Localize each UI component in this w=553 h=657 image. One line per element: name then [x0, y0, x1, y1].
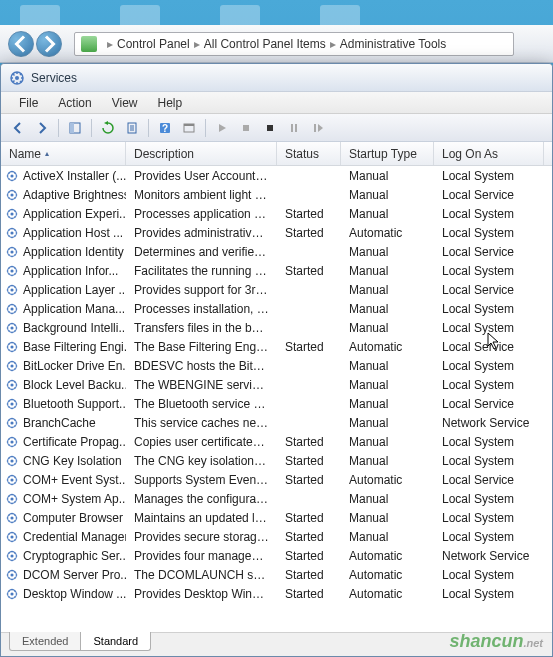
service-description: The Bluetooth service su...: [126, 397, 277, 411]
service-row[interactable]: Adaptive BrightnessMonitors ambient ligh…: [1, 185, 552, 204]
service-startup: Manual: [341, 302, 434, 316]
service-icon: [5, 264, 19, 278]
toolbar-stop-alt-button[interactable]: [259, 117, 281, 139]
nav-back-button[interactable]: [8, 31, 34, 57]
nav-forward-button[interactable]: [36, 31, 62, 57]
column-header-logon[interactable]: Log On As: [434, 142, 544, 165]
service-status: Started: [277, 207, 341, 221]
toolbar-properties-button[interactable]: [178, 117, 200, 139]
service-description: Provides Desktop Windo...: [126, 587, 277, 601]
column-header-name[interactable]: Name▴: [1, 142, 126, 165]
toolbar-restart-button[interactable]: [307, 117, 329, 139]
service-row[interactable]: Desktop Window ...Provides Desktop Windo…: [1, 584, 552, 603]
service-startup: Manual: [341, 169, 434, 183]
service-row[interactable]: Background Intelli...Transfers files in …: [1, 318, 552, 337]
svg-point-31: [10, 326, 13, 329]
service-icon: [5, 169, 19, 183]
menu-action[interactable]: Action: [48, 94, 101, 112]
service-status: Started: [277, 549, 341, 563]
service-row[interactable]: Block Level Backu...The WBENGINE service…: [1, 375, 552, 394]
service-startup: Manual: [341, 207, 434, 221]
service-status: Started: [277, 530, 341, 544]
svg-point-45: [10, 459, 13, 462]
service-row[interactable]: ActiveX Installer (...Provides User Acco…: [1, 166, 552, 185]
services-rows[interactable]: ActiveX Installer (...Provides User Acco…: [1, 166, 552, 632]
toolbar-back-button[interactable]: [7, 117, 29, 139]
service-row[interactable]: BranchCacheThis service caches netw...Ma…: [1, 413, 552, 432]
service-status: Started: [277, 511, 341, 525]
column-header-description[interactable]: Description: [126, 142, 277, 165]
service-row[interactable]: Application Experi...Processes applicati…: [1, 204, 552, 223]
toolbar-pause-button[interactable]: [283, 117, 305, 139]
service-row[interactable]: BitLocker Drive En...BDESVC hosts the Bi…: [1, 356, 552, 375]
toolbar-export-button[interactable]: [121, 117, 143, 139]
column-headers: Name▴ Description Status Startup Type Lo…: [1, 142, 552, 166]
service-status: Started: [277, 568, 341, 582]
menu-view[interactable]: View: [102, 94, 148, 112]
service-description: The DCOMLAUNCH serv...: [126, 568, 277, 582]
service-name: Adaptive Brightness: [23, 188, 126, 202]
service-row[interactable]: Bluetooth Support...The Bluetooth servic…: [1, 394, 552, 413]
toolbar-refresh-button[interactable]: [97, 117, 119, 139]
service-row[interactable]: Certificate Propag...Copies user certifi…: [1, 432, 552, 451]
service-row[interactable]: Application Host ...Provides administrat…: [1, 223, 552, 242]
service-description: Provides User Account C...: [126, 169, 277, 183]
service-startup: Manual: [341, 264, 434, 278]
service-description: Manages the configurati...: [126, 492, 277, 506]
toolbar-show-hide-button[interactable]: [64, 117, 86, 139]
breadcrumb-item[interactable]: Control Panel: [117, 37, 190, 51]
service-startup: Automatic: [341, 226, 434, 240]
service-name: Application Layer ...: [23, 283, 126, 297]
service-row[interactable]: Application Mana...Processes installatio…: [1, 299, 552, 318]
service-row[interactable]: Application Layer ...Provides support fo…: [1, 280, 552, 299]
service-name: Application Identity: [23, 245, 124, 259]
tab-extended[interactable]: Extended: [9, 632, 81, 651]
tabs-bar: Extended Standard: [1, 632, 552, 656]
service-row[interactable]: COM+ Event Syst...Supports System Event …: [1, 470, 552, 489]
service-description: The WBENGINE service is...: [126, 378, 277, 392]
column-header-startup[interactable]: Startup Type: [341, 142, 434, 165]
service-row[interactable]: Computer BrowserMaintains an updated lis…: [1, 508, 552, 527]
service-row[interactable]: DCOM Server Pro...The DCOMLAUNCH serv...…: [1, 565, 552, 584]
chevron-right-icon: ▸: [107, 37, 113, 51]
window-title: Services: [31, 71, 77, 85]
service-row[interactable]: Base Filtering Engi...The Base Filtering…: [1, 337, 552, 356]
service-startup: Manual: [341, 492, 434, 506]
service-logon: Network Service: [434, 416, 544, 430]
service-row[interactable]: CNG Key IsolationThe CNG key isolation s…: [1, 451, 552, 470]
toolbar-help-button[interactable]: ?: [154, 117, 176, 139]
service-description: The Base Filtering Engine...: [126, 340, 277, 354]
column-header-status[interactable]: Status: [277, 142, 341, 165]
service-name: Block Level Backu...: [23, 378, 126, 392]
services-icon: [9, 70, 25, 86]
service-row[interactable]: Cryptographic Ser...Provides four manage…: [1, 546, 552, 565]
svg-point-39: [10, 402, 13, 405]
breadcrumb[interactable]: ▸ Control Panel ▸ All Control Panel Item…: [74, 32, 514, 56]
service-name: Application Experi...: [23, 207, 126, 221]
svg-point-33: [10, 345, 13, 348]
menu-file[interactable]: File: [9, 94, 48, 112]
svg-point-17: [10, 193, 13, 196]
toolbar-stop-button[interactable]: [235, 117, 257, 139]
service-row[interactable]: Application IdentityDetermines and verif…: [1, 242, 552, 261]
service-description: Determines and verifies t...: [126, 245, 277, 259]
service-name: Certificate Propag...: [23, 435, 126, 449]
breadcrumb-item[interactable]: Administrative Tools: [340, 37, 447, 51]
service-name: BranchCache: [23, 416, 96, 430]
svg-point-37: [10, 383, 13, 386]
service-row[interactable]: Application Infor...Facilitates the runn…: [1, 261, 552, 280]
service-row[interactable]: COM+ System Ap...Manages the configurati…: [1, 489, 552, 508]
service-row[interactable]: Credential ManagerProvides secure storag…: [1, 527, 552, 546]
menu-help[interactable]: Help: [148, 94, 193, 112]
tab-standard[interactable]: Standard: [80, 632, 151, 651]
service-icon: [5, 416, 19, 430]
service-startup: Manual: [341, 188, 434, 202]
toolbar-forward-button[interactable]: [31, 117, 53, 139]
service-startup: Manual: [341, 511, 434, 525]
service-logon: Local Service: [434, 188, 544, 202]
svg-rect-8: [184, 124, 194, 126]
breadcrumb-item[interactable]: All Control Panel Items: [204, 37, 326, 51]
toolbar-start-button[interactable]: [211, 117, 233, 139]
service-description: Provides secure storage ...: [126, 530, 277, 544]
service-logon: Local Service: [434, 245, 544, 259]
